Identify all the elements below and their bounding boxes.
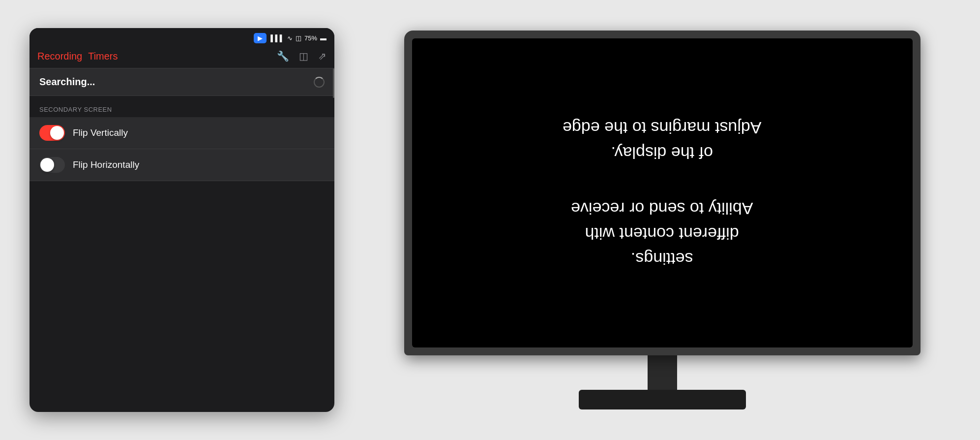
status-bar: ▶ ▌▌▌ ∿ ◫ 75% ▬: [30, 28, 334, 46]
status-icons: ▌▌▌ ∿ ◫ 75% ▬: [270, 34, 327, 42]
flip-vertically-toggle[interactable]: [39, 125, 65, 141]
monitor-text-block-2: Ability to send or receive different con…: [571, 196, 753, 271]
tab-timers[interactable]: Timers: [88, 51, 118, 62]
monitor-neck: [648, 355, 677, 390]
flip-vertically-label: Flip Vertically: [73, 127, 128, 138]
monitor-line4: different content with: [571, 221, 753, 246]
monitor-line1: Adjust margins to the edge: [563, 115, 761, 140]
monitor-screen: Adjust margins to the edge of the displa…: [412, 38, 913, 347]
phone-panel: ▶ ▌▌▌ ∿ ◫ 75% ▬ Recording Timers 🔧 ◫ ⇗ S…: [30, 28, 334, 412]
toggle-knob-vertical: [50, 126, 64, 140]
monitor-base: [579, 390, 746, 409]
flip-horizontally-row: Flip Horizontally: [30, 149, 334, 181]
nav-icons: 🔧 ◫ ⇗: [277, 50, 327, 62]
monitor-line5: settings.: [571, 246, 753, 271]
scroll-indicator: [333, 68, 334, 98]
airplay-icon: ▶: [258, 34, 263, 42]
monitor: Adjust margins to the edge of the displa…: [404, 31, 921, 355]
expand-icon[interactable]: ⇗: [318, 50, 327, 62]
monitor-line3: Ability to send or receive: [571, 196, 753, 221]
wifi-icon: ∿: [287, 34, 293, 42]
toggle-knob-horizontal: [40, 158, 54, 172]
searching-text: Searching...: [39, 76, 95, 88]
wrench-icon[interactable]: 🔧: [277, 50, 289, 62]
tab-recording[interactable]: Recording: [37, 51, 82, 62]
airplay-button[interactable]: ▶: [254, 33, 267, 43]
monitor-nav-icon[interactable]: ◫: [299, 50, 308, 62]
signal-icon: ▌▌▌: [270, 34, 284, 42]
battery-percent: 75%: [304, 34, 317, 42]
monitor-line2: of the display.: [563, 140, 761, 165]
flip-vertically-row: Flip Vertically: [30, 117, 334, 149]
loading-spinner: [314, 77, 325, 88]
flip-horizontally-label: Flip Horizontally: [73, 159, 139, 170]
airmonitor-icon: ◫: [296, 34, 301, 42]
battery-icon: ▬: [320, 34, 327, 42]
monitor-text-block-1: Adjust margins to the edge of the displa…: [563, 115, 761, 165]
nav-bar: Recording Timers 🔧 ◫ ⇗: [30, 46, 334, 68]
flip-horizontally-toggle[interactable]: [39, 157, 65, 173]
monitor-container: Adjust margins to the edge of the displa…: [374, 31, 950, 409]
secondary-screen-header: SECONDARY SCREEN: [30, 96, 334, 117]
search-row: Searching...: [30, 68, 334, 95]
